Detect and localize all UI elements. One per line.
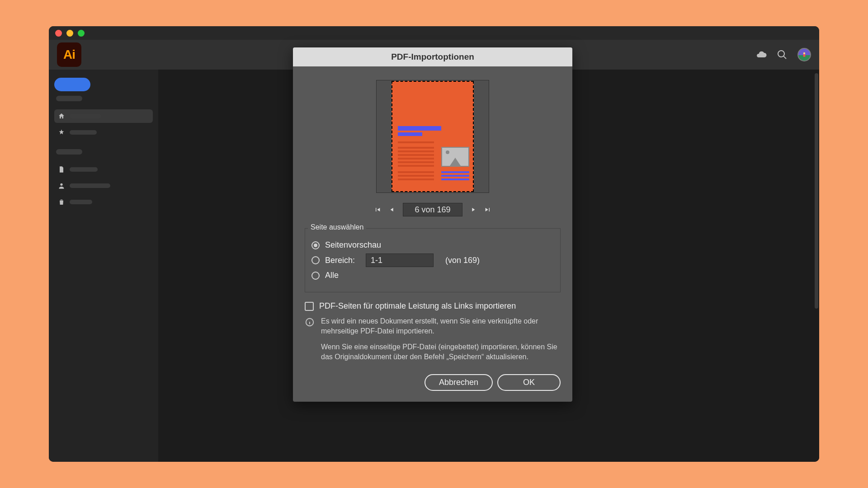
last-page-icon[interactable] <box>484 206 491 213</box>
window-titlebar <box>49 26 819 40</box>
info-text-2: Wenn Sie eine einseitige PDF-Datei (eing… <box>321 342 561 361</box>
range-of-label: (von 169) <box>445 256 480 265</box>
select-page-group: Seite auswählen Seitenvorschau Bereich: … <box>305 228 561 292</box>
sidebar-item-learn[interactable] <box>54 126 153 139</box>
radio-range[interactable]: Bereich: (von 169) <box>311 253 554 267</box>
sidebar <box>49 70 158 462</box>
app-window: Ai <box>49 26 819 462</box>
ok-button[interactable]: OK <box>497 374 561 391</box>
checkbox-icon <box>305 302 314 311</box>
page-preview-thumbnail <box>392 81 474 192</box>
range-input[interactable] <box>366 253 434 267</box>
info-block: Es wird ein neues Dokument erstellt, wen… <box>305 316 561 361</box>
info-text-1: Es wird ein neues Dokument erstellt, wen… <box>321 316 561 336</box>
sidebar-item-files[interactable] <box>54 163 153 176</box>
cancel-button[interactable]: Abbrechen <box>425 374 493 391</box>
search-icon[interactable] <box>777 49 788 60</box>
pdf-import-dialog: PDF-Importoptionen <box>293 47 572 402</box>
radio-page-preview[interactable]: Seitenvorschau <box>311 240 554 250</box>
prev-page-icon[interactable] <box>388 206 396 213</box>
select-page-label: Seite auswählen <box>308 223 366 231</box>
first-page-icon[interactable] <box>374 206 381 213</box>
user-avatar[interactable] <box>797 48 811 61</box>
minimize-window-button[interactable] <box>66 30 73 37</box>
sidebar-active-tab[interactable] <box>54 78 90 91</box>
sidebar-item-home[interactable] <box>54 109 153 123</box>
radio-icon <box>311 256 320 264</box>
sidebar-heading-2 <box>56 149 82 155</box>
radio-all[interactable]: Alle <box>311 271 554 280</box>
close-window-button[interactable] <box>55 30 62 37</box>
checkbox-label: PDF-Seiten für optimale Leistung als Lin… <box>319 301 516 311</box>
svg-rect-1 <box>803 54 806 56</box>
import-as-links-checkbox[interactable]: PDF-Seiten für optimale Leistung als Lin… <box>305 301 561 311</box>
radio-icon <box>311 272 320 280</box>
radio-label: Alle <box>325 271 339 280</box>
svg-point-0 <box>803 52 806 55</box>
next-page-icon[interactable] <box>470 206 477 213</box>
page-preview <box>376 80 489 193</box>
sidebar-item-deleted[interactable] <box>54 195 153 209</box>
radio-label: Bereich: <box>325 256 355 265</box>
sidebar-heading <box>56 96 82 101</box>
info-icon <box>305 317 315 327</box>
page-input[interactable] <box>403 203 462 216</box>
radio-label: Seitenvorschau <box>325 240 381 250</box>
toolbar-right <box>756 48 811 61</box>
maximize-window-button[interactable] <box>78 30 85 37</box>
dialog-title: PDF-Importoptionen <box>293 47 572 66</box>
page-navigation <box>305 203 561 216</box>
cloud-icon[interactable] <box>756 49 767 60</box>
app-logo: Ai <box>57 42 81 67</box>
sidebar-item-shared[interactable] <box>54 179 153 192</box>
radio-icon <box>311 241 320 249</box>
